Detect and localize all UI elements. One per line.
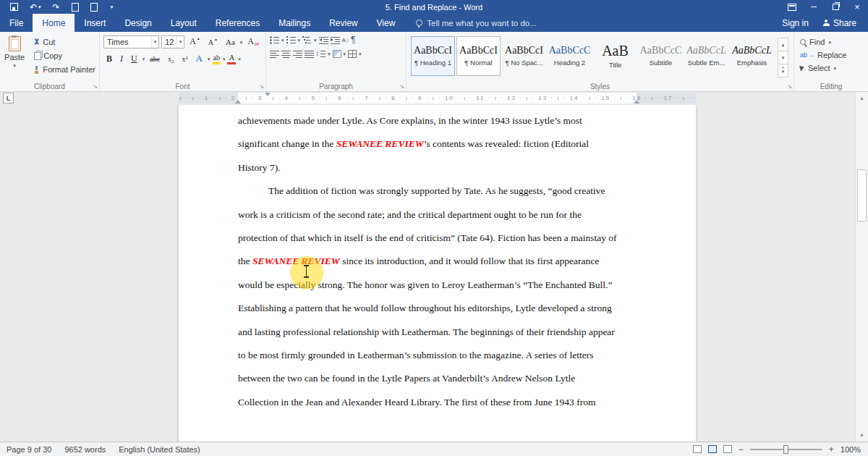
restore-icon [833,4,839,10]
align-left-button[interactable] [270,50,279,58]
paragraph-dialog-launcher[interactable]: ↘ [399,84,404,90]
borders-button[interactable] [348,50,357,58]
text-effects-button[interactable] [193,53,205,64]
styles-more-button[interactable]: ▾ [778,64,788,77]
multilevel-list-button[interactable] [302,36,312,44]
language-status[interactable]: English (United States) [112,445,207,454]
ribbon-tab-home[interactable]: Home [33,14,75,32]
quick-access-button-1[interactable] [72,3,79,12]
numbering-button[interactable] [286,36,296,44]
align-right-button[interactable] [293,50,302,58]
tab-stop-selector[interactable]: L [3,93,14,104]
minimize-button[interactable] [803,0,825,14]
style-name: ¶ Heading 1 [414,59,451,67]
line-spacing-button[interactable] [316,50,326,58]
sort-button[interactable]: A↓ [342,37,349,43]
sign-in-button[interactable]: Sign in [782,18,809,28]
scroll-up-button[interactable]: ▲ [856,93,868,104]
redo-button[interactable]: ↷ [53,3,60,12]
read-mode-button[interactable] [693,445,702,453]
left-indent-marker[interactable] [235,100,241,104]
font-size-select[interactable]: 12▾ [161,35,184,48]
zoom-slider[interactable] [750,449,822,450]
first-line-indent-marker[interactable] [265,93,271,96]
shading-button[interactable] [333,50,341,58]
styles-scroll-down-button[interactable]: ▾ [778,51,788,64]
tell-me-box[interactable]: Tell me what you want to do... [416,14,537,32]
find-label: Find [809,38,825,46]
customize-quick-access-button[interactable]: ▾ [109,4,114,9]
style-emphasis[interactable]: AaBbCcLEmphasis [730,36,774,76]
text-highlight-color-button[interactable]: ab [213,54,221,64]
ribbon-tab-references[interactable]: References [206,14,269,32]
restore-button[interactable] [825,0,846,14]
style-no-spac[interactable]: AaBbCcI¶ No Spac... [502,36,546,76]
justify-button[interactable] [305,50,314,58]
shrink-font-button[interactable] [205,38,221,47]
superscript-button[interactable] [179,54,191,64]
find-button[interactable]: Find▾ [800,38,862,46]
increase-indent-button[interactable] [331,36,340,44]
style-heading-1[interactable]: AaBbCcI¶ Heading 1 [411,36,455,76]
style-heading-2[interactable]: AaBbCcCHeading 2 [548,36,592,76]
ribbon-tab-view[interactable]: View [367,14,405,32]
subscript-button[interactable] [165,54,177,64]
style-subtle-em[interactable]: AaBbCcLSubtle Em... [684,36,728,76]
zoom-level[interactable]: 100% [841,445,861,454]
ribbon-display-options-button[interactable] [781,0,803,14]
print-layout-button[interactable] [708,445,717,453]
change-case-button[interactable] [223,37,238,47]
grow-font-button[interactable] [187,36,203,47]
ribbon-tab-file[interactable]: File [0,14,33,32]
styles-dialog-launcher[interactable]: ↘ [787,84,792,90]
format-painter-button[interactable]: Format Painter [30,64,98,75]
clear-formatting-button[interactable] [244,36,262,47]
undo-button[interactable]: ↶▾ [30,3,41,12]
close-button[interactable]: × [846,0,868,14]
ribbon-tab-mailings[interactable]: Mailings [269,14,320,32]
show-formatting-marks-button[interactable]: ¶ [351,35,355,44]
quick-access-button-2[interactable] [90,3,98,12]
zoom-slider-thumb[interactable] [783,445,788,454]
scroll-down-button[interactable]: ▼ [856,430,868,441]
scrollbar-thumb[interactable] [857,169,867,221]
zoom-in-button[interactable]: + [829,444,834,455]
paste-button[interactable]: Paste ▾ [1,34,27,80]
font-dialog-launcher[interactable]: ↘ [259,84,264,90]
ribbon-tab-review[interactable]: Review [320,14,367,32]
document-text-segment: to be most firmly grounded in Leatherman… [238,350,594,360]
style-subtitle[interactable]: AaBbCcCSubtitle [639,36,683,76]
replace-button[interactable]: abReplace [800,51,862,59]
ruler[interactable]: L 2 · ı · 1 · ı · ı · 1 · ı · 2 · ı · 3 … [0,91,856,105]
word-count-status[interactable]: 9652 words [58,445,112,454]
style-title[interactable]: AaBTitle [593,36,637,76]
ribbon-tab-layout[interactable]: Layout [161,14,206,32]
vertical-scrollbar[interactable]: ▲ ▼ [855,91,868,442]
document-line: protection of that which in itself is th… [238,227,689,250]
styles-scroll-up-button[interactable]: ▴ [778,38,788,51]
clipboard-dialog-launcher[interactable]: ↘ [93,84,98,90]
style-normal[interactable]: AaBbCcI¶ Normal [456,36,501,76]
italic-button[interactable] [117,54,126,64]
right-indent-marker[interactable] [634,100,639,104]
document-page[interactable]: achievements made under Lytle. As Core e… [179,105,696,442]
align-center-button[interactable] [281,50,291,58]
ribbon-tab-design[interactable]: Design [115,14,161,32]
copy-button[interactable]: Copy [30,51,98,61]
ribbon-tab-insert[interactable]: Insert [75,14,115,32]
share-button[interactable]: Share [823,18,856,28]
zoom-out-button[interactable]: − [739,444,744,455]
cut-button[interactable]: Cut [30,37,98,47]
underline-button[interactable] [128,54,140,64]
bullets-button[interactable] [270,36,279,44]
bold-button[interactable] [103,54,115,64]
decrease-indent-button[interactable] [319,36,328,44]
select-button[interactable]: Select▾ [800,64,862,72]
font-color-button[interactable]: A [227,53,236,64]
strikethrough-button[interactable] [147,54,163,64]
save-button[interactable] [10,3,18,11]
page-count-status[interactable]: Page 9 of 30 [0,445,58,454]
chevron-down-icon: ▾ [151,36,159,48]
font-family-select[interactable]: Times▾ [103,35,159,48]
web-layout-button[interactable] [723,445,732,453]
